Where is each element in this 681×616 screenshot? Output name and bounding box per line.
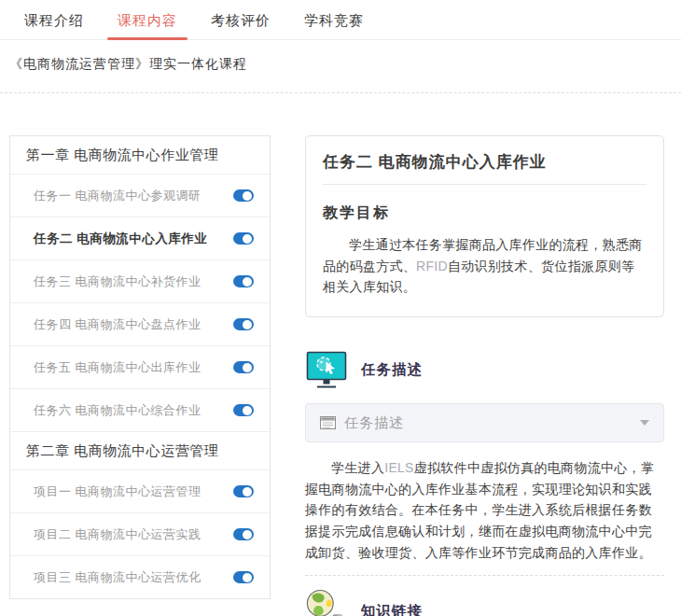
toggle-switch[interactable] bbox=[233, 361, 254, 373]
objective-paragraph: 学生通过本任务掌握商品入库作业的流程，熟悉商品的码盘方式、RFID自动识别技术、… bbox=[323, 234, 646, 298]
sidebar-item-label: 任务四 电商物流中心盘点作业 bbox=[34, 316, 202, 333]
content-area: 任务二 电商物流中心入库作业 教学目标 学生通过本任务掌握商品入库作业的流程，熟… bbox=[305, 135, 664, 616]
toggle-switch[interactable] bbox=[233, 232, 254, 245]
tab-competition[interactable]: 学科竞赛 bbox=[304, 12, 364, 39]
sidebar-item-label: 任务一 电商物流中心参观调研 bbox=[34, 188, 202, 204]
sidebar-item-task4[interactable]: 任务四 电商物流中心盘点作业 bbox=[10, 302, 270, 345]
sidebar-item-label: 项目一 电商物流中心运营管理 bbox=[34, 483, 202, 500]
tab-course-intro[interactable]: 课程介绍 bbox=[24, 12, 84, 39]
task-desc-section-head: 任务描述 bbox=[305, 351, 664, 389]
objective-heading: 教学目标 bbox=[323, 203, 646, 223]
task-desc-dropdown[interactable]: 任务描述 bbox=[305, 403, 664, 442]
toggle-switch[interactable] bbox=[233, 404, 254, 416]
globe-keyboard-icon bbox=[305, 587, 348, 616]
tab-course-content[interactable]: 课程内容 bbox=[118, 12, 177, 39]
chapter-sidebar: 第一章 电商物流中心作业管理 任务一 电商物流中心参观调研 任务二 电商物流中心… bbox=[9, 135, 271, 599]
toggle-switch[interactable] bbox=[233, 571, 254, 583]
toggle-switch[interactable] bbox=[233, 189, 254, 202]
task-intro-card: 任务二 电商物流中心入库作业 教学目标 学生通过本任务掌握商品入库作业的流程，熟… bbox=[305, 135, 664, 317]
sidebar-item-task5[interactable]: 任务五 电商物流中心出库作业 bbox=[10, 345, 270, 388]
sidebar-item-task3[interactable]: 任务三 电商物流中心补货作业 bbox=[10, 259, 270, 302]
toggle-switch[interactable] bbox=[233, 485, 254, 497]
sidebar-item-label: 项目三 电商物流中心运营优化 bbox=[34, 569, 202, 586]
sidebar-item-task2[interactable]: 任务二 电商物流中心入库作业 bbox=[10, 217, 270, 259]
sidebar-item-task6[interactable]: 任务六 电商物流中心综合作业 bbox=[10, 388, 270, 431]
top-tab-bar: 课程介绍 课程内容 考核评价 学科竞赛 bbox=[0, 0, 681, 40]
toggle-switch[interactable] bbox=[233, 528, 254, 540]
knowledge-section-head: 知识链接 bbox=[305, 587, 664, 616]
sidebar-item-label: 项目二 电商物流中心运营实践 bbox=[34, 526, 202, 543]
monitor-globe-icon bbox=[305, 351, 348, 389]
sidebar-item-label: 任务六 电商物流中心综合作业 bbox=[34, 402, 202, 419]
sidebar-item-project1[interactable]: 项目一 电商物流中心运营管理 bbox=[10, 469, 270, 512]
sidebar-item-label: 任务五 电商物流中心出库作业 bbox=[34, 359, 202, 376]
chapter-1-header: 第一章 电商物流中心作业管理 bbox=[10, 136, 270, 174]
sidebar-item-project2[interactable]: 项目二 电商物流中心运营实践 bbox=[10, 512, 270, 555]
task-desc-heading: 任务描述 bbox=[361, 360, 423, 380]
main-layout: 第一章 电商物流中心作业管理 任务一 电商物流中心参观调研 任务二 电商物流中心… bbox=[0, 135, 681, 616]
tab-assessment[interactable]: 考核评价 bbox=[211, 12, 271, 39]
chapter-2-header: 第二章 电商物流中心运营管理 bbox=[10, 431, 270, 469]
sidebar-item-label: 任务三 电商物流中心补货作业 bbox=[34, 273, 202, 290]
dropdown-label: 任务描述 bbox=[344, 414, 404, 432]
toggle-switch[interactable] bbox=[233, 275, 254, 287]
chevron-down-icon bbox=[640, 420, 649, 426]
toggle-switch[interactable] bbox=[233, 318, 254, 330]
task-title: 任务二 电商物流中心入库作业 bbox=[323, 151, 646, 185]
sidebar-item-label: 任务二 电商物流中心入库作业 bbox=[34, 231, 207, 247]
sidebar-item-task1[interactable]: 任务一 电商物流中心参观调研 bbox=[10, 174, 270, 217]
course-subtitle: 《电商物流运营管理》理实一体化课程 bbox=[9, 56, 681, 73]
window-list-icon bbox=[320, 416, 336, 429]
sidebar-item-project3[interactable]: 项目三 电商物流中心运营优化 bbox=[10, 555, 270, 598]
dashed-divider-bottom bbox=[305, 575, 664, 576]
dashed-divider bbox=[0, 92, 681, 93]
knowledge-heading: 知识链接 bbox=[361, 602, 423, 616]
task-desc-paragraph: 学生进入IELS虚拟软件中虚拟仿真的电商物流中心，掌握电商物流中心的入库作业基本… bbox=[305, 457, 664, 563]
